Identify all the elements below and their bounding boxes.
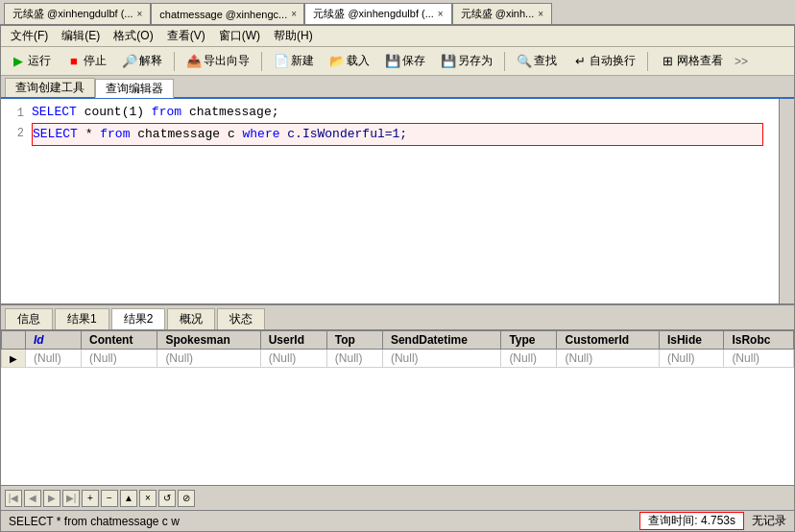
save-icon: 💾 [385,54,400,69]
new-button[interactable]: 📄 新建 [268,51,320,71]
nav-cancel-button[interactable]: × [139,490,157,507]
tab-close-1[interactable]: × [291,9,297,19]
cell-id: (Null) [26,350,82,368]
editor-scrollbar[interactable] [779,99,794,303]
stop-icon: ■ [66,54,82,69]
line-content-2: SELECT * from chatmessage c where c.IsWo… [32,123,790,146]
extend-button[interactable]: >> [733,55,750,68]
saveas-button[interactable]: 💾 另存为 [435,51,498,71]
grid-view-button[interactable]: ⊞ 网格查看 [654,51,729,71]
tab-label-0: 元续盛 @xinhengdulbf (... [12,7,133,21]
autowrap-icon: ↵ [572,54,588,69]
browser-tab-1[interactable]: chatmessage @xinhengc... × [151,3,304,24]
run-icon: ▶ [11,54,26,69]
query-tabs: 查询创建工具 查询编辑器 [1,76,794,99]
stop-button[interactable]: ■ 停止 [60,51,112,71]
data-grid[interactable]: Id Content Spokesman UserId Top SendDate… [1,330,794,485]
nav-next-button[interactable]: ▶ [43,490,60,507]
table-row: ▶ (Null) (Null) (Null) (Null) (Null) (Nu… [2,350,794,368]
line-content-1: SELECT count(1) from chatmessage; [32,103,790,122]
col-type: Type [501,331,557,350]
browser-tab-0[interactable]: 元续盛 @xinhengdulbf (... × [4,3,151,24]
col-customerid: CustomerId [557,331,659,350]
cell-senddatetime: (Null) [382,350,500,368]
status-records: 无记录 [752,513,786,529]
cell-userid: (Null) [260,350,326,368]
tab-close-0[interactable]: × [137,9,143,19]
line-number-1: 1 [5,103,24,123]
menu-edit[interactable]: 编辑(E) [56,26,106,46]
nav-last-button[interactable]: ▶| [62,490,80,507]
menu-window[interactable]: 窗口(W) [213,26,266,46]
menu-help[interactable]: 帮助(H) [268,26,319,46]
line-number-2: 2 [5,123,24,143]
col-isrobc: IsRobc [724,331,794,350]
tab-close-2[interactable]: × [438,9,444,19]
separator-2 [261,52,262,71]
result-tabs: 信息 结果1 结果2 概况 状态 [1,305,794,330]
keyword-from-1: from [152,105,181,119]
grid-icon: ⊞ [660,54,675,69]
keyword-from-2: from [100,127,130,141]
row-indicator-cell: ▶ [2,350,26,368]
browser-tab-2[interactable]: 元续盛 @xinhengdulbf (... × [304,3,451,24]
status-sql-text: SELECT * from chatmessage c w [9,515,632,528]
nav-up-button[interactable]: ▲ [120,490,137,507]
browser-tab-3[interactable]: 元续盛 @xinh... × [452,3,552,24]
col-content: Content [82,331,157,350]
result-tab-result2[interactable]: 结果2 [111,308,166,329]
row-arrow-icon: ▶ [10,353,17,364]
load-button[interactable]: 📂 载入 [324,51,375,71]
keyword-select-1: SELECT [32,105,77,119]
cell-ishide: (Null) [659,350,723,368]
result-tab-result1[interactable]: 结果1 [55,308,109,329]
code-table-1: chatmessage; [189,105,279,119]
export-button[interactable]: 📤 导出向导 [181,51,255,71]
run-button[interactable]: ▶ 运行 [5,51,57,71]
saveas-icon: 💾 [441,54,456,69]
grid-header-row: Id Content Spokesman UserId Top SendDate… [2,331,794,350]
col-userid: UserId [260,331,326,350]
main-window: 文件(F) 编辑(E) 格式(O) 查看(V) 窗口(W) 帮助(H) ▶ 运行… [0,25,795,532]
keyword-select-2: SELECT [33,127,78,141]
tab-label-2: 元续盛 @xinhengdulbf (... [313,7,434,21]
result-tab-overview[interactable]: 概况 [167,308,215,329]
code-table-2: chatmessage c [137,127,242,141]
col-indicator [2,331,26,350]
results-panel: 信息 结果1 结果2 概况 状态 Id Conte [1,305,794,510]
save-button[interactable]: 💾 保存 [379,51,431,71]
menu-view[interactable]: 查看(V) [161,26,211,46]
nav-clear-button[interactable]: ⊘ [178,490,195,507]
col-top: Top [326,331,382,350]
result-tab-info[interactable]: 信息 [5,308,53,329]
editor-area[interactable]: 1 SELECT count(1) from chatmessage; 2 SE… [1,99,794,305]
explain-button[interactable]: 🔎 解释 [116,51,168,71]
browser-tabs: 元续盛 @xinhengdulbf (... × chatmessage @xi… [0,0,795,25]
explain-icon: 🔎 [122,54,137,69]
autowrap-button[interactable]: ↵ 自动换行 [566,51,641,71]
result-tab-status[interactable]: 状态 [217,308,265,329]
editor-line-2: 2 SELECT * from chatmessage c where c.Is… [1,123,794,146]
nav-delete-button[interactable]: − [101,490,118,507]
editor-line-1: 1 SELECT count(1) from chatmessage; [1,103,794,123]
menu-bar: 文件(F) 编辑(E) 格式(O) 查看(V) 窗口(W) 帮助(H) [1,26,794,47]
menu-file[interactable]: 文件(F) [5,26,54,46]
find-button[interactable]: 🔍 查找 [511,51,563,71]
query-tab-editor[interactable]: 查询编辑器 [95,79,174,98]
error-line: SELECT * from chatmessage c where c.IsWo… [32,123,763,146]
tab-close-3[interactable]: × [538,9,543,19]
status-query-time: 查询时间: 4.753s [639,512,744,530]
col-ishide: IsHide [659,331,723,350]
nav-refresh-button[interactable]: ↺ [158,490,176,507]
nav-prev-button[interactable]: ◀ [24,490,41,507]
bottom-toolbar: |◀ ◀ ▶ ▶| + − ▲ × ↺ ⊘ [1,485,794,510]
menu-format[interactable]: 格式(O) [108,26,158,46]
cell-customerid: (Null) [557,350,659,368]
nav-add-button[interactable]: + [82,490,99,507]
cell-type: (Null) [501,350,557,368]
nav-first-button[interactable]: |◀ [5,490,22,507]
new-icon: 📄 [274,54,289,69]
query-tab-builder[interactable]: 查询创建工具 [5,78,95,97]
col-id: Id [26,331,82,350]
find-icon: 🔍 [517,54,532,69]
